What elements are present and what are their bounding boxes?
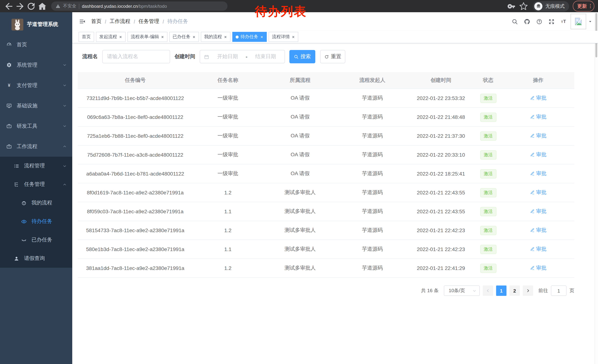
cell-created-time: 2022-01-22 21:48:48 [407,108,474,126]
sidebar-item-label: 首页 [17,41,72,48]
page-button-2[interactable]: 2 [509,285,520,296]
help-icon[interactable] [536,18,542,25]
cell-task-name: 一级审批 [193,164,263,183]
tab-close-icon[interactable]: × [291,35,295,39]
fullscreen-icon[interactable] [548,18,555,25]
column-header: 所属流程 [263,72,337,89]
approve-link[interactable]: 审批 [530,170,547,177]
date-range-input[interactable]: 开始日期 - 结束日期 [200,50,285,63]
approve-link[interactable]: 审批 [530,114,547,120]
sidebar-item-process-management[interactable]: 流程管理 [0,157,72,175]
page-button-1[interactable]: 1 [496,285,507,296]
sidebar-item-task-management[interactable]: 任务管理 [0,175,72,194]
tab-done-tasks[interactable]: 已办任务× [169,32,199,42]
tab-label: 发起流程 [99,34,117,40]
sidebar-item-done-tasks[interactable]: 已办任务 [0,231,72,249]
sidebar-item-infrastructure[interactable]: 基础设施 [0,96,72,116]
approve-link[interactable]: 审批 [530,246,547,252]
edit-pen-icon [530,96,535,101]
tree-icon [14,182,19,187]
browser-reload-icon[interactable] [26,1,36,11]
sidebar-item-home[interactable]: 首页 [0,34,72,55]
chevron-down-icon [63,104,67,108]
sidebar-item-my-process[interactable]: 我的流程 [0,194,72,212]
search-icon[interactable] [512,18,518,25]
page-scrollbar[interactable] [595,12,598,364]
column-header: 任务名称 [193,72,263,89]
browser-menu-icon[interactable] [588,3,593,9]
cell-task-name: 1.1 [193,240,263,259]
sidebar-item-system-management[interactable]: 系统管理 [0,55,72,75]
address-bar[interactable]: 不安全 dashboard.yudao.iocoder.cn/bpm/task/… [51,1,227,11]
approve-link[interactable]: 审批 [530,189,547,196]
url-text: dashboard.yudao.iocoder.cn/bpm/task/todo [82,4,167,9]
tab-close-icon[interactable]: × [161,35,164,39]
sidebar-item-label: 研发工具 [17,123,63,129]
approve-link[interactable]: 审批 [530,133,547,139]
filter-form: 流程名 请输入流程名 创建时间 开始日期 - 结束日期 搜索 [82,50,574,63]
tab-process-form-edit[interactable]: 流程表单-编辑× [127,32,167,42]
approve-link[interactable]: 审批 [530,265,547,271]
approve-link-label: 审批 [536,114,547,120]
yen-icon: ¥ [6,83,12,88]
browser-forward-icon[interactable] [15,1,25,11]
font-size-icon[interactable]: TT [561,18,567,25]
prev-page-button[interactable] [483,285,493,296]
sidebar-item-dev-tools[interactable]: 研发工具 [0,116,72,136]
next-page-button[interactable] [523,285,533,296]
sidebar-item-label: 待办任务 [32,218,72,225]
sidebar-item-workflow[interactable]: 工作流程 [0,136,72,157]
create-time-label: 创建时间 [174,53,195,60]
column-header: 流程发起人 [337,72,407,89]
tab-process-detail[interactable]: 流程详情× [269,32,298,42]
page-size-select[interactable]: 10条/页 [444,285,480,296]
sidebar-toggle-icon[interactable] [79,18,86,25]
tab-home[interactable]: 首页 [79,32,94,42]
tab-close-icon[interactable]: × [224,35,227,39]
browser-back-icon[interactable] [4,1,14,11]
reset-button[interactable]: 重置 [320,50,345,63]
approve-link[interactable]: 审批 [530,208,547,215]
pagination: 共 16 条10条/页12前往1页 [78,285,574,296]
browser-home-icon[interactable] [37,1,47,11]
sidebar-item-leave-query[interactable]: 请假查询 [0,249,72,268]
table-row: 8f059c03-7ac8-11ec-a9e2-a2380e71991a1.1测… [78,202,574,221]
tab-close-icon[interactable]: × [192,35,196,39]
search-button[interactable]: 搜索 [289,50,315,63]
tab-close-icon[interactable]: × [119,35,122,39]
table-row: 069c6a63-7b8a-11ec-8ef0-acde48001122一级审批… [78,108,574,126]
bookmark-star-icon[interactable] [519,1,528,11]
cell-task-name: 1.1 [193,202,263,221]
github-icon[interactable] [524,18,530,25]
approve-link-label: 审批 [536,246,547,252]
password-key-icon[interactable] [507,1,516,11]
browser-update-button[interactable]: 更新 [573,1,594,11]
table-row: 75d72608-7b7f-11ec-a3c8-acde48001122一级审批… [78,145,574,164]
cell-actions: 审批 [502,89,574,108]
sidebar-item-label: 基础设施 [17,102,63,109]
avatar[interactable] [571,14,586,29]
tab-start-process[interactable]: 发起流程× [96,32,126,42]
process-name-input[interactable]: 请输入流程名 [102,50,170,63]
logo-image [11,18,23,31]
goto-page-input[interactable]: 1 [551,285,566,296]
sidebar-item-todo-tasks[interactable]: 待办任务 [0,212,72,231]
tab-close-icon[interactable]: × [260,35,263,39]
sidebar-item-payment-management[interactable]: ¥支付管理 [0,75,72,96]
date-range-separator: - [246,54,247,60]
cell-task-id: 381aa1dd-7ac8-11ec-a9e2-a2380e71991a [78,259,193,277]
approve-link[interactable]: 审批 [530,95,547,101]
avatar-caret-icon[interactable] [588,20,592,23]
cell-task-id: 8f059c03-7ac8-11ec-a9e2-a2380e71991a [78,202,193,221]
breadcrumb-item[interactable]: 首页 [91,18,101,25]
breadcrumb-item[interactable]: 工作流程 [110,18,130,25]
approve-link[interactable]: 审批 [530,227,547,234]
cell-actions: 审批 [502,126,574,145]
tab-todo-tasks[interactable]: 待办任务× [232,32,267,42]
cell-status: 激活 [474,221,502,240]
breadcrumb-item[interactable]: 任务管理 [139,18,159,25]
tab-my-process[interactable]: 我的流程× [201,32,231,42]
security-warning-icon[interactable] [56,4,60,8]
approve-link[interactable]: 审批 [530,152,547,158]
app-logo[interactable]: 芋道管理系统 [0,12,72,34]
